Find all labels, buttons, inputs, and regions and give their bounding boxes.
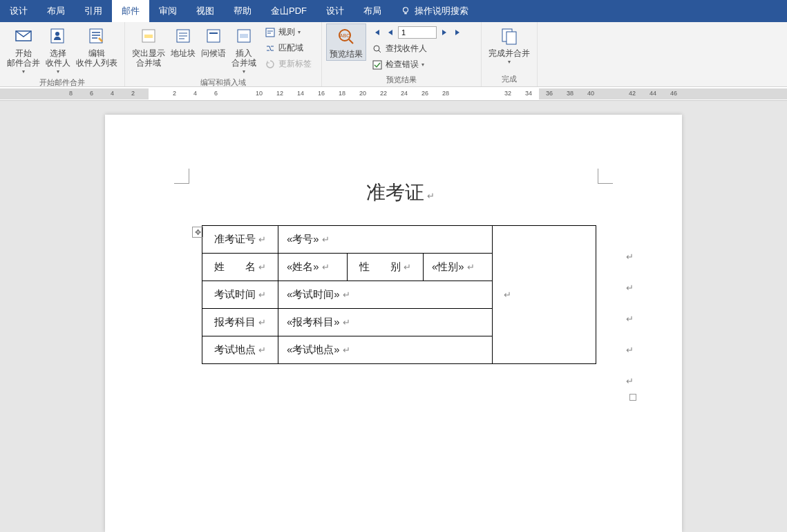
edit-recipient-list-button[interactable]: 编辑 收件人列表 bbox=[73, 23, 120, 69]
svg-rect-6 bbox=[144, 35, 153, 38]
ruler-tick: 2 bbox=[173, 90, 176, 97]
insert-field-icon bbox=[233, 25, 255, 47]
ruler-tick: 8 bbox=[69, 90, 73, 97]
svg-rect-8 bbox=[207, 30, 220, 42]
ruler-tick: 28 bbox=[442, 90, 449, 97]
svg-rect-10 bbox=[240, 34, 248, 38]
first-record-button[interactable] bbox=[370, 26, 383, 39]
ruler-tick: 4 bbox=[111, 90, 114, 97]
ribbon: 开始 邮件合并 ▾ 选择 收件人 ▾ 编辑 收件人列表 开始邮件合并 bbox=[0, 22, 787, 87]
group-label: 预览结果 bbox=[326, 73, 477, 87]
ruler-tick: 26 bbox=[421, 90, 428, 97]
ruler-tick: 24 bbox=[401, 90, 408, 97]
ruler-tick: 4 bbox=[193, 90, 197, 97]
svg-rect-17 bbox=[506, 32, 516, 44]
match-icon bbox=[265, 43, 276, 54]
people-icon bbox=[47, 25, 69, 47]
tab-references[interactable]: 引用 bbox=[75, 0, 112, 22]
insert-merge-field-button[interactable]: 插入 合并域 ▾ bbox=[229, 23, 259, 76]
list-edit-icon bbox=[86, 25, 108, 47]
finish-merge-button[interactable]: 完成并合并 ▾ bbox=[486, 23, 533, 66]
greeting-line-button[interactable]: 问候语 bbox=[198, 23, 229, 59]
ruler-tick: 20 bbox=[359, 90, 366, 97]
chevron-down-icon: ▾ bbox=[22, 68, 25, 75]
ruler-tick: 14 bbox=[297, 90, 304, 97]
ruler-tick: 40 bbox=[587, 90, 594, 97]
chevron-down-icon: ▾ bbox=[508, 59, 511, 65]
prev-record-button[interactable] bbox=[384, 26, 397, 39]
tab-design[interactable]: 设计 bbox=[0, 0, 37, 22]
ribbon-tabs: 设计 布局 引用 邮件 审阅 视图 帮助 金山PDF 设计 布局 操作说明搜索 bbox=[0, 0, 787, 22]
ruler-tick: 10 bbox=[256, 90, 263, 97]
svg-point-3 bbox=[55, 32, 59, 36]
tab-help[interactable]: 帮助 bbox=[224, 0, 261, 22]
ruler-tick: 42 bbox=[629, 90, 636, 97]
start-mail-merge-button[interactable]: 开始 邮件合并 ▾ bbox=[4, 23, 43, 76]
preview-results-button[interactable]: ABC 预览结果 bbox=[326, 23, 366, 61]
ruler-tick: 2 bbox=[131, 90, 135, 97]
svg-rect-11 bbox=[266, 28, 274, 37]
ruler-tick: 12 bbox=[276, 90, 283, 97]
tell-me-label: 操作说明搜索 bbox=[415, 5, 468, 17]
chevron-down-icon: ▾ bbox=[243, 68, 245, 75]
lightbulb-icon bbox=[401, 6, 410, 16]
ruler-tick: 16 bbox=[318, 90, 325, 97]
update-icon bbox=[265, 59, 276, 70]
ruler-tick: 32 bbox=[504, 90, 511, 97]
ruler-tick: 46 bbox=[670, 90, 677, 97]
tab-table-design[interactable]: 设计 bbox=[316, 0, 354, 22]
last-record-button[interactable] bbox=[452, 26, 464, 39]
tab-table-layout[interactable]: 布局 bbox=[354, 0, 391, 22]
ruler-tick: 34 bbox=[525, 90, 532, 97]
ruler-tick: 18 bbox=[339, 90, 345, 97]
tab-layout[interactable]: 布局 bbox=[37, 0, 75, 22]
check-icon bbox=[372, 59, 383, 70]
svg-rect-15 bbox=[373, 61, 381, 69]
chevron-down-icon: ▾ bbox=[57, 68, 59, 75]
horizontal-ruler[interactable]: 8642246101214161820222426283234363840424… bbox=[0, 87, 787, 101]
ruler-tick: 22 bbox=[380, 90, 387, 97]
address-icon bbox=[172, 25, 194, 47]
highlight-merge-fields-button[interactable]: 突出显示 合并域 bbox=[129, 23, 168, 69]
match-fields-button[interactable]: 匹配域 bbox=[262, 41, 314, 55]
svg-point-14 bbox=[374, 46, 379, 51]
search-icon bbox=[372, 44, 383, 55]
greeting-icon bbox=[202, 25, 225, 47]
group-finish: 完成并合并 ▾ 完成 bbox=[482, 22, 538, 86]
ruler-tick: 6 bbox=[90, 90, 93, 97]
envelope-icon bbox=[12, 25, 35, 47]
ruler-tick: 36 bbox=[546, 90, 553, 97]
tell-me-search[interactable]: 操作说明搜索 bbox=[391, 0, 478, 22]
svg-point-0 bbox=[404, 8, 408, 12]
select-recipients-button[interactable]: 选择 收件人 ▾ bbox=[43, 23, 73, 76]
chevron-down-icon: ▾ bbox=[298, 29, 301, 35]
tab-review[interactable]: 审阅 bbox=[149, 0, 187, 22]
group-preview-results: ABC 预览结果 查找收件人 检查错误 ▾ bbox=[322, 22, 482, 86]
finish-icon bbox=[498, 25, 520, 47]
svg-text:ABC: ABC bbox=[340, 33, 350, 38]
group-label: 完成 bbox=[486, 73, 533, 86]
rules-button[interactable]: 规则 ▾ bbox=[262, 25, 314, 39]
ruler-tick: 44 bbox=[649, 90, 656, 97]
tab-mailings[interactable]: 邮件 bbox=[112, 0, 149, 22]
ruler-tick: 6 bbox=[214, 90, 218, 97]
preview-icon: ABC bbox=[335, 26, 357, 48]
highlight-icon bbox=[138, 25, 160, 47]
find-recipient-button[interactable]: 查找收件人 bbox=[369, 41, 474, 56]
group-start-mail-merge: 开始 邮件合并 ▾ 选择 收件人 ▾ 编辑 收件人列表 开始邮件合并 bbox=[0, 22, 125, 86]
rules-icon bbox=[265, 27, 276, 38]
address-block-button[interactable]: 地址块 bbox=[168, 23, 198, 59]
record-number-input[interactable] bbox=[398, 26, 437, 39]
next-record-button[interactable] bbox=[438, 26, 451, 39]
update-labels-button: 更新标签 bbox=[262, 57, 314, 71]
check-errors-button[interactable]: 检查错误 ▾ bbox=[369, 57, 474, 72]
tab-kingsoft-pdf[interactable]: 金山PDF bbox=[261, 0, 316, 22]
ruler-tick: 38 bbox=[567, 90, 573, 97]
group-write-insert-fields: 突出显示 合并域 地址块 问候语 插入 合并域 ▾ 规则 ▾ bbox=[125, 22, 322, 86]
chevron-down-icon: ▾ bbox=[421, 61, 424, 68]
tab-view[interactable]: 视图 bbox=[187, 0, 224, 22]
